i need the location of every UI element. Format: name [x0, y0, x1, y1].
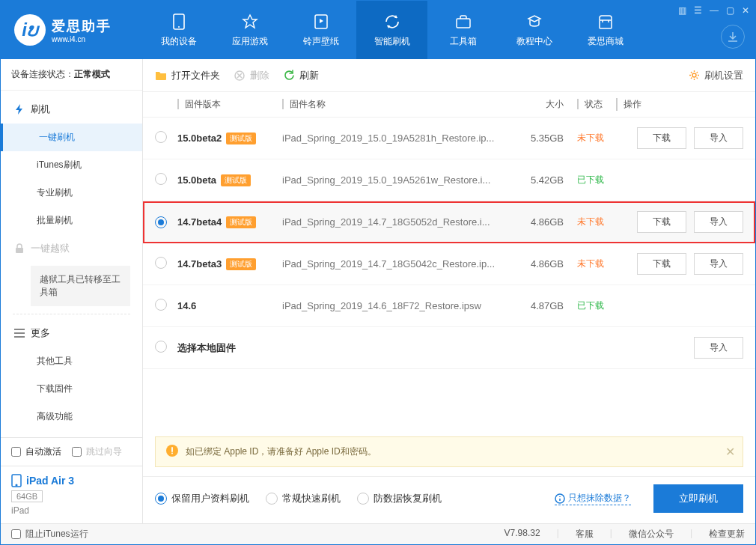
- group-flash[interactable]: 刷机: [1, 95, 142, 124]
- sidebar-item-other-tools[interactable]: 其他工具: [37, 347, 142, 375]
- firmware-version: 14.6: [177, 300, 282, 311]
- firmware-size: 5.42GB: [511, 174, 564, 186]
- firmware-status: 未下载: [564, 216, 616, 228]
- nav-device[interactable]: 我的设备: [143, 1, 214, 59]
- firmware-size: 4.87GB: [511, 300, 564, 311]
- status-bar: 阻止iTunes运行 V7.98.32| 客服| 微信公众号| 检查更新: [1, 523, 755, 544]
- version-label: V7.98.32: [504, 528, 540, 541]
- skip-guide-checkbox[interactable]: 跳过向导: [72, 445, 122, 458]
- list-icon: [14, 328, 25, 338]
- import-button[interactable]: 导入: [694, 127, 743, 149]
- firmware-version: 15.0beta测试版: [177, 174, 282, 186]
- firmware-row[interactable]: 15.0beta2测试版iPad_Spring_2019_15.0_19A528…: [143, 118, 755, 159]
- toolbar: 打开文件夹 删除 刷新 刷机设置: [143, 59, 755, 92]
- svg-rect-7: [14, 332, 25, 334]
- nav-mall[interactable]: 爱思商城: [570, 1, 641, 59]
- firmware-name: iPad_Spring_2019_15.0_19A5261w_Restore.i…: [282, 174, 511, 186]
- nav-tut[interactable]: 教程中心: [499, 1, 570, 59]
- svg-point-1: [178, 26, 180, 28]
- svg-rect-3: [457, 19, 470, 28]
- sidebar-item-download-fw[interactable]: 下载固件: [37, 375, 142, 403]
- firmware-row[interactable]: 14.7beta4测试版iPad_Spring_2019_14.7_18G505…: [143, 201, 755, 243]
- firmware-name: iPad_Spring_2019_14.7_18G5042c_Restore.i…: [282, 258, 511, 270]
- row-radio[interactable]: [155, 173, 167, 185]
- firmware-name: iPad_Spring_2019_15.0_19A5281h_Restore.i…: [282, 133, 511, 144]
- close-icon[interactable]: ✕: [742, 5, 749, 16]
- lock-icon: [14, 243, 25, 254]
- minimize-icon[interactable]: —: [710, 5, 719, 16]
- warning-icon: [166, 445, 178, 459]
- menu-icon[interactable]: ☰: [694, 5, 702, 16]
- row-radio[interactable]: [155, 131, 167, 143]
- download-button[interactable]: 下载: [637, 127, 686, 149]
- svg-point-14: [171, 453, 173, 454]
- apple-id-banner: 如已绑定 Apple ID，请准备好 Apple ID和密码。 ✕: [155, 436, 743, 467]
- logo-icon: iບ: [14, 14, 46, 46]
- firmware-row[interactable]: 14.7beta3测试版iPad_Spring_2019_14.7_18G504…: [143, 243, 755, 285]
- nav-flash[interactable]: 智能刷机: [356, 1, 427, 59]
- main-content: 打开文件夹 删除 刷新 刷机设置 固件版本 固件名称 大小 状态 操作 15.0…: [143, 59, 755, 523]
- group-jailbreak[interactable]: 一键越狱: [1, 234, 142, 263]
- flash-settings-button[interactable]: 刷机设置: [688, 69, 743, 82]
- check-update-link[interactable]: 检查更新: [709, 528, 745, 541]
- sidebar-item-batch-flash[interactable]: 批量刷机: [37, 207, 142, 234]
- firmware-version: 14.7beta4测试版: [177, 216, 282, 228]
- download-button[interactable]: 下载: [637, 253, 686, 275]
- wipe-data-link[interactable]: 只想抹除数据？: [555, 492, 631, 505]
- firmware-status: 已下载: [564, 174, 616, 186]
- device-name[interactable]: iPad Air 3: [11, 474, 132, 487]
- download-button[interactable]: 下载: [637, 211, 686, 233]
- gear-icon: [688, 70, 700, 82]
- firmware-version: 15.0beta2测试版: [177, 133, 282, 144]
- nav-apps[interactable]: 应用游戏: [214, 1, 285, 59]
- cart-icon[interactable]: ▥: [678, 5, 686, 16]
- maximize-icon[interactable]: ▢: [726, 5, 734, 16]
- nav-tools[interactable]: 工具箱: [427, 1, 499, 59]
- firmware-name: iPad_Spring_2019_14.7_18G5052d_Restore.i…: [282, 216, 511, 228]
- import-button[interactable]: 导入: [694, 253, 743, 275]
- group-more[interactable]: 更多: [1, 319, 142, 347]
- app-logo: iບ 爱思助手 www.i4.cn: [1, 14, 143, 46]
- app-name: 爱思助手: [52, 17, 112, 35]
- row-radio[interactable]: [155, 257, 167, 269]
- open-folder-button[interactable]: 打开文件夹: [155, 69, 220, 82]
- sidebar-item-pro-flash[interactable]: 专业刷机: [37, 179, 142, 207]
- row-radio[interactable]: [155, 341, 167, 353]
- connection-status: 设备连接状态：正常模式: [1, 59, 142, 91]
- sidebar-item-advanced[interactable]: 高级功能: [37, 403, 142, 430]
- import-button[interactable]: 导入: [694, 337, 743, 359]
- firmware-row[interactable]: 14.6iPad_Spring_2019_14.6_18F72_Restore.…: [143, 285, 755, 327]
- row-radio[interactable]: [155, 216, 167, 228]
- close-banner-icon[interactable]: ✕: [725, 445, 735, 459]
- wechat-link[interactable]: 微信公众号: [629, 528, 674, 541]
- jailbreak-notice[interactable]: 越狱工具已转移至工具箱: [31, 266, 130, 306]
- option-quick-flash[interactable]: 常规快速刷机: [266, 492, 341, 505]
- option-keep-data[interactable]: 保留用户资料刷机: [155, 492, 249, 505]
- device-type: iPad: [11, 505, 132, 516]
- sidebar: 设备连接状态：正常模式 刷机 一键刷机 iTunes刷机 专业刷机 批量刷机 一…: [1, 59, 143, 523]
- firmware-table: 15.0beta2测试版iPad_Spring_2019_15.0_19A528…: [143, 118, 755, 369]
- import-button[interactable]: 导入: [694, 211, 743, 233]
- svg-rect-5: [16, 248, 23, 253]
- auto-activate-checkbox[interactable]: 自动激活: [11, 445, 61, 458]
- firmware-row[interactable]: 选择本地固件导入: [143, 327, 755, 369]
- svg-rect-8: [14, 336, 25, 338]
- nav-rings[interactable]: 铃声壁纸: [285, 1, 356, 59]
- refresh-button[interactable]: 刷新: [283, 69, 319, 82]
- row-radio[interactable]: [155, 299, 167, 311]
- delete-button[interactable]: 删除: [234, 69, 269, 82]
- firmware-row[interactable]: 15.0beta测试版iPad_Spring_2019_15.0_19A5261…: [143, 159, 755, 201]
- download-manager-button[interactable]: [721, 25, 745, 49]
- firmware-size: 4.86GB: [511, 258, 564, 270]
- flash-now-button[interactable]: 立即刷机: [653, 484, 743, 513]
- app-tagline: www.i4.cn: [52, 35, 112, 43]
- option-anti-recovery[interactable]: 防数据恢复刷机: [357, 492, 442, 505]
- block-itunes-checkbox[interactable]: 阻止iTunes运行: [11, 528, 88, 541]
- firmware-status: 已下载: [564, 299, 616, 312]
- customer-service-link[interactable]: 客服: [576, 528, 594, 541]
- sidebar-item-itunes-flash[interactable]: iTunes刷机: [37, 151, 142, 179]
- device-capacity: 64GB: [11, 490, 43, 502]
- delete-icon: [234, 70, 246, 82]
- sidebar-item-oneclick-flash[interactable]: 一键刷机: [1, 124, 142, 151]
- window-controls: ▥ ☰ — ▢ ✕: [678, 5, 749, 16]
